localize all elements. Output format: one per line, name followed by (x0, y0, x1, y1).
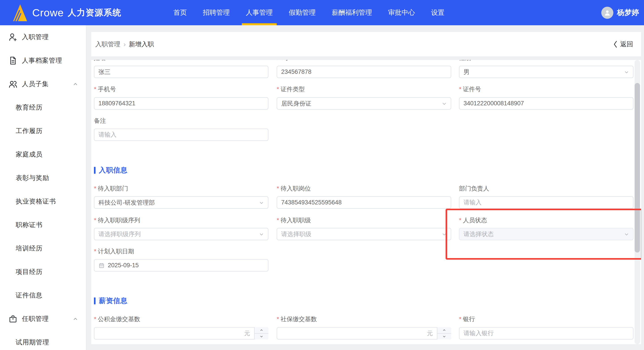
dept-label: *待入职部门 (94, 185, 128, 192)
name-input-wrap (94, 66, 268, 78)
sidebar-item-label: 任职管理 (22, 314, 49, 324)
chevron-up-icon[interactable] (72, 315, 79, 323)
sidebar-item-label: 培训经历 (16, 244, 42, 253)
sidebar-item-onboarding[interactable]: 入职管理 (0, 25, 86, 49)
person-status-placeholder: 请选择状态 (464, 230, 494, 238)
back-button[interactable]: 返回 (613, 32, 633, 56)
stepper-down-button[interactable] (254, 333, 268, 340)
idtype-label: *证件类型 (277, 86, 305, 93)
rank-seq-select[interactable]: 请选择职级序列 (94, 228, 268, 240)
sidebar-item-title-certificates[interactable]: 职称证书 (0, 213, 86, 236)
post-input[interactable] (281, 199, 447, 206)
plan-date-value: 2025-09-15 (108, 262, 139, 269)
post-input-wrap (277, 196, 451, 209)
name-label-clipped: 姓名 (94, 60, 106, 62)
sidebar-item-label: 工作履历 (16, 126, 42, 136)
main-nav: 首页 招聘管理 人事管理 假勤管理 薪酬福利管理 审批中心 设置 (173, 0, 444, 25)
idtype-value: 居民身份证 (281, 100, 311, 108)
person-status-label: *人员状态 (459, 216, 487, 224)
sidebar-item-personnel-files[interactable]: 人事档案管理 (0, 49, 86, 72)
dept-value: 科技公司-研发管理部 (98, 198, 155, 207)
sidebar-item-label: 入职管理 (22, 33, 49, 42)
sidebar-item-practice-certificates[interactable]: 执业资格证书 (0, 190, 86, 213)
idtype-select[interactable]: 居民身份证 (277, 97, 451, 110)
section-bar (94, 298, 96, 304)
dept-head-input[interactable] (464, 199, 629, 206)
rank-select[interactable]: 请选择职级 (277, 228, 451, 240)
sidebar-item-id-documents[interactable]: 证件信息 (0, 284, 86, 307)
sidebar-item-training[interactable]: 培训经历 (0, 236, 86, 260)
fund-base-input[interactable] (98, 330, 244, 337)
sidebar-item-label: 人事档案管理 (22, 56, 62, 65)
remark-label: 备注 (94, 117, 106, 124)
section-salary-info: 薪资信息 (94, 296, 128, 306)
breadcrumb: 入职管理 › 新增入职 (95, 32, 154, 56)
sidebar-item-education[interactable]: 教育经历 (0, 96, 86, 119)
sidebar-item-person-subsets[interactable]: 人员子集 (0, 72, 86, 96)
user-menu[interactable]: 杨梦婷 (601, 0, 639, 25)
idno-input[interactable] (464, 100, 629, 107)
unit-label: 元 (427, 330, 433, 337)
chevron-down-icon (441, 232, 447, 239)
remark-input-wrap (94, 128, 268, 141)
section-bar (94, 167, 96, 174)
stepper-up-button[interactable] (437, 327, 451, 333)
nav-item-home[interactable]: 首页 (173, 0, 187, 25)
sidebar-item-awards[interactable]: 表彰与奖励 (0, 166, 86, 190)
sidebar-item-label: 证件信息 (16, 291, 42, 300)
bank-input-wrap (459, 327, 634, 340)
sidebar-item-family[interactable]: 家庭成员 (0, 143, 86, 166)
person-icon (604, 9, 611, 16)
post-label: *待入职岗位 (277, 185, 311, 192)
nav-item-approval[interactable]: 审批中心 (388, 0, 415, 25)
remark-input[interactable] (98, 131, 264, 138)
stepper-down-button[interactable] (437, 333, 451, 340)
chevron-left-icon (613, 40, 618, 48)
sidebar-item-label: 执业资格证书 (16, 197, 56, 206)
chevron-up-icon[interactable] (72, 80, 79, 88)
dept-select[interactable]: 科技公司-研发管理部 (94, 196, 268, 209)
gender-select[interactable]: 男 (459, 66, 634, 78)
empno-input[interactable] (281, 68, 447, 75)
fund-base-number-input: 元 (94, 327, 268, 340)
chevron-down-icon (441, 101, 447, 108)
dept-head-input-wrap (459, 196, 634, 209)
social-base-input[interactable] (281, 330, 427, 337)
stepper-up-button[interactable] (254, 327, 268, 333)
sidebar-item-label: 人员子集 (22, 80, 49, 88)
sidebar-item-work-history[interactable]: 工作履历 (0, 119, 86, 143)
fund-base-label: *公积金缴交基数 (94, 315, 140, 323)
breadcrumb-item-onboarding[interactable]: 入职管理 (95, 40, 120, 48)
sidebar-item-position-mgmt[interactable]: 任职管理 (0, 307, 86, 330)
nav-item-compensation[interactable]: 薪酬福利管理 (332, 0, 372, 25)
plan-date-picker[interactable]: 2025-09-15 (94, 259, 268, 272)
social-base-number-input: 元 (277, 327, 451, 340)
scrollbar-thumb[interactable] (634, 83, 640, 252)
number-stepper (437, 327, 451, 340)
people-icon (8, 79, 18, 89)
sidebar-item-probation-mgmt[interactable]: 试用期管理 (0, 330, 86, 350)
unit-label: 元 (244, 330, 250, 337)
sidebar-item-projects[interactable]: 项目经历 (0, 260, 86, 284)
rank-label: *待入职职级 (277, 216, 311, 224)
section-onboarding-info: 入职信息 (94, 166, 128, 175)
person-status-select[interactable]: 请选择状态 (459, 228, 634, 240)
bank-input[interactable] (464, 330, 629, 337)
chevron-down-icon (624, 232, 630, 239)
nav-item-recruit[interactable]: 招聘管理 (203, 0, 230, 25)
section-title: 入职信息 (99, 166, 128, 175)
sidebar-item-label: 试用期管理 (16, 338, 49, 347)
briefcase-icon (8, 314, 18, 324)
nav-item-settings[interactable]: 设置 (431, 0, 444, 25)
sidebar-item-label: 表彰与奖励 (16, 174, 49, 182)
mobile-input[interactable] (98, 100, 264, 107)
nav-item-hr[interactable]: 人事管理 (246, 0, 273, 25)
rank-placeholder: 请选择职级 (281, 230, 311, 238)
sidebar-item-label: 项目经历 (16, 268, 42, 276)
nav-item-attendance[interactable]: 假勤管理 (289, 0, 316, 25)
sidebar-item-label: 家庭成员 (16, 150, 42, 159)
name-input[interactable] (98, 68, 264, 75)
gender-value: 男 (464, 68, 470, 76)
empno-label-clipped: 工号 (277, 60, 289, 62)
sidebar: 入职管理 人事档案管理 人员子集 教育经历 工作履历 家庭成员 表彰与奖励 执业… (0, 25, 86, 350)
